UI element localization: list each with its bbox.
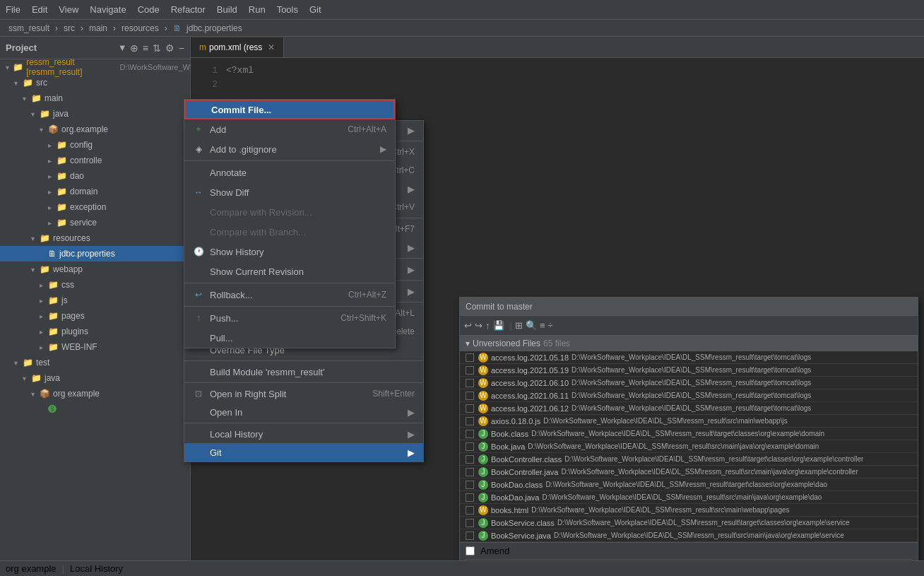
- tree-config[interactable]: ▸ 📁 config: [0, 137, 190, 153]
- sidebar-minimize-icon[interactable]: −: [179, 42, 184, 54]
- git-show-diff[interactable]: ↔ Show Diff: [184, 182, 395, 202]
- tree-controller[interactable]: ▸ 📁 controlle: [0, 153, 190, 168]
- sidebar-settings-icon[interactable]: ⚙: [165, 42, 174, 54]
- file-checkbox[interactable]: [466, 417, 474, 425]
- commit-file-item[interactable]: JBookDao.classD:\WorkSoftware_Workplace\…: [460, 478, 918, 491]
- commit-file-item[interactable]: Waccess.log.2021.06.10D:\WorkSoftware_Wo…: [460, 377, 918, 389]
- ctx-open-in[interactable]: Open In ▶: [184, 403, 423, 421]
- file-checkbox[interactable]: [466, 468, 474, 476]
- git-rollback[interactable]: ↩ Rollback... Ctrl+Alt+Z: [184, 285, 395, 305]
- commit-toolbar-divider[interactable]: ÷: [547, 320, 552, 331]
- breadcrumb-part-5[interactable]: 🗎 jdbc.properties: [173, 23, 245, 33]
- menu-git[interactable]: Git: [309, 4, 321, 15]
- git-annotate[interactable]: Annotate: [184, 163, 395, 182]
- tree-js[interactable]: ▸ 📁 js: [0, 293, 190, 308]
- sidebar-sort-icon[interactable]: ⇅: [153, 42, 161, 54]
- tree-domain[interactable]: ▸ 📁 domain: [0, 184, 190, 199]
- amend-checkbox[interactable]: [466, 546, 475, 556]
- commit-file-item[interactable]: Wbooks.htmlD:\WorkSoftware_Workplace\IDE…: [460, 504, 918, 517]
- file-checkbox[interactable]: [466, 531, 474, 540]
- commit-file-item[interactable]: Waccess.log.2021.05.19D:\WorkSoftware_Wo…: [460, 364, 918, 377]
- git-push[interactable]: ↑ Push... Ctrl+Shift+K: [184, 308, 395, 328]
- menu-file[interactable]: File: [6, 4, 20, 15]
- tab-close-icon[interactable]: ✕: [268, 42, 275, 52]
- menu-edit[interactable]: Edit: [32, 4, 47, 15]
- commit-toolbar-up[interactable]: ↑: [485, 320, 490, 331]
- commit-file-item[interactable]: JBookService.classD:\WorkSoftware_Workpl…: [460, 517, 918, 529]
- file-checkbox[interactable]: [466, 366, 474, 375]
- menu-tools[interactable]: Tools: [277, 4, 298, 15]
- tree-resources[interactable]: ▾ 📁 resources: [0, 230, 190, 246]
- tree-css[interactable]: ▸ 📁 css: [0, 277, 190, 293]
- file-checkbox[interactable]: [466, 353, 474, 362]
- editor-content[interactable]: 1<?xml 2: [191, 58, 924, 97]
- git-commit-file[interactable]: Commit File...: [184, 100, 395, 119]
- tree-root[interactable]: ▾ 📁 ressm_result [resmm_result] D:\WorkS…: [0, 59, 190, 75]
- tree-src[interactable]: ▾ 📁 src: [0, 75, 190, 90]
- commit-toolbar-menu[interactable]: ≡: [540, 320, 545, 331]
- commit-toolbar-redo[interactable]: ↪: [475, 320, 482, 331]
- file-checkbox[interactable]: [466, 430, 474, 438]
- menu-build[interactable]: Build: [217, 4, 237, 15]
- breadcrumb-part-1[interactable]: ssm_result: [8, 23, 49, 33]
- tree-org-example-1[interactable]: ▾ 📦 org.example: [0, 122, 190, 137]
- file-checkbox[interactable]: [466, 442, 474, 451]
- tree-main[interactable]: ▾ 📁 main: [0, 90, 190, 106]
- git-pull[interactable]: Pull...: [184, 328, 395, 348]
- tree-plugins[interactable]: ▸ 📁 plugins: [0, 324, 190, 339]
- tree-dao[interactable]: ▸ 📁 dao: [0, 168, 190, 184]
- commit-file-item[interactable]: Waccess.log.2021.05.18D:\WorkSoftware_Wo…: [460, 351, 918, 364]
- tree-webapp[interactable]: ▾ 📁 webapp: [0, 261, 190, 277]
- tree-java[interactable]: ▾ 📁 java: [0, 106, 190, 122]
- file-checkbox[interactable]: [466, 455, 474, 464]
- git-add-gitignore[interactable]: ◈ Add to .gitignore ▶: [184, 139, 395, 159]
- commit-file-item[interactable]: JBook.javaD:\WorkSoftware_Workplace\IDEA…: [460, 440, 918, 453]
- breadcrumb-part-2[interactable]: src: [64, 23, 75, 33]
- breadcrumb-part-4[interactable]: resources: [122, 23, 159, 33]
- tree-test-java[interactable]: ▾ 📁 java: [0, 370, 190, 386]
- file-checkbox[interactable]: [466, 519, 474, 527]
- sidebar-locate-icon[interactable]: ⊕: [130, 42, 138, 54]
- menu-view[interactable]: View: [59, 4, 78, 15]
- commit-toolbar-save[interactable]: 💾: [493, 320, 504, 331]
- menu-run[interactable]: Run: [249, 4, 266, 15]
- menu-code[interactable]: Code: [138, 4, 160, 15]
- git-add[interactable]: + Add Ctrl+Alt+A: [184, 119, 395, 139]
- tab-pom-xml[interactable]: m pom.xml (ress ✕: [191, 37, 284, 57]
- file-checkbox[interactable]: [466, 493, 474, 502]
- tree-test[interactable]: ▾ 📁 test: [0, 355, 190, 370]
- breadcrumb-part-3[interactable]: main: [89, 23, 107, 33]
- tree-bookserv[interactable]: 🅢: [0, 401, 190, 417]
- commit-file-item[interactable]: JBookController.javaD:\WorkSoftware_Work…: [460, 466, 918, 478]
- menu-navigate[interactable]: Navigate: [90, 4, 126, 15]
- commit-file-item[interactable]: JBook.classD:\WorkSoftware_Workplace\IDE…: [460, 428, 918, 440]
- commit-file-item[interactable]: JBookDao.javaD:\WorkSoftware_Workplace\I…: [460, 491, 918, 504]
- tree-service[interactable]: ▸ 📁 service: [0, 215, 190, 230]
- file-checkbox[interactable]: [466, 506, 474, 515]
- commit-file-item[interactable]: Waccess.log.2021.06.12D:\WorkSoftware_Wo…: [460, 402, 918, 415]
- file-checkbox[interactable]: [466, 481, 474, 489]
- tree-exception[interactable]: ▸ 📁 exception: [0, 199, 190, 215]
- sidebar-collapse-icon[interactable]: ≡: [143, 42, 148, 54]
- bottom-local-history[interactable]: Local History: [70, 563, 123, 574]
- commit-toolbar-undo[interactable]: ↩: [464, 320, 472, 331]
- ctx-build-module[interactable]: Build Module 'resmm_result': [184, 363, 423, 381]
- commit-toolbar-grid[interactable]: ⊞: [515, 320, 523, 331]
- commit-file-item[interactable]: JBookService.javaD:\WorkSoftware_Workpla…: [460, 529, 918, 542]
- commit-file-item[interactable]: JBookController.classD:\WorkSoftware_Wor…: [460, 453, 918, 466]
- tree-jdbc-properties[interactable]: 🗎 jdbc.properties: [0, 246, 190, 261]
- ctx-local-history[interactable]: Local History ▶: [184, 425, 423, 443]
- tree-pages[interactable]: ▸ 📁 pages: [0, 308, 190, 324]
- commit-file-list[interactable]: Waccess.log.2021.05.18D:\WorkSoftware_Wo…: [460, 351, 918, 542]
- tree-webinf[interactable]: ▸ 📁 WEB-INF: [0, 339, 190, 355]
- file-checkbox[interactable]: [466, 404, 474, 413]
- menu-refactor[interactable]: Refactor: [171, 4, 206, 15]
- file-checkbox[interactable]: [466, 392, 474, 400]
- commit-file-item[interactable]: Waxios.0.18.0.jsD:\WorkSoftware_Workplac…: [460, 415, 918, 428]
- git-show-history[interactable]: 🕐 Show History: [184, 242, 395, 261]
- tree-org-example-2[interactable]: ▾ 📦 org example: [0, 386, 190, 401]
- ctx-open-right-split[interactable]: ⊡ Open in Right Split Shift+Enter: [184, 384, 423, 403]
- commit-file-item[interactable]: Waccess.log.2021.06.11D:\WorkSoftware_Wo…: [460, 389, 918, 402]
- git-show-current-revision[interactable]: Show Current Revision: [184, 261, 395, 281]
- file-checkbox[interactable]: [466, 379, 474, 387]
